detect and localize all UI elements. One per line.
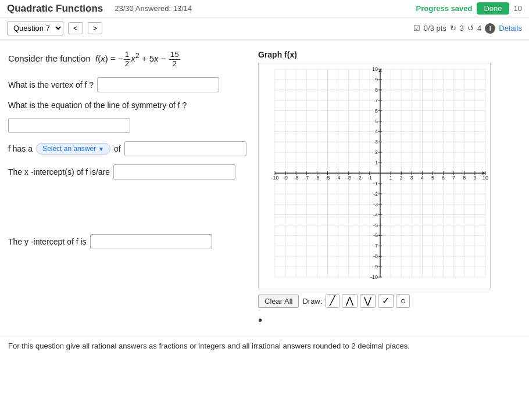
line-tool-button[interactable]: ╱ [326, 294, 339, 308]
circle-tool-button[interactable]: ○ [396, 294, 410, 308]
select-answer-label: Select an answer [42, 145, 96, 153]
chevron-down-icon: ▼ [98, 146, 104, 152]
graph-container [258, 63, 491, 289]
y-intercept-label: The y -intercept of f is [8, 237, 87, 246]
footer-note: For this question give all rational answ… [0, 336, 529, 356]
resubmit-icon: ↺ [467, 24, 474, 33]
bullet-point: • [258, 314, 521, 327]
left-panel: Consider the function f(x) = −12x2 + 5x … [8, 50, 246, 327]
answered-info: 23/30 Answered: 13/14 [115, 4, 192, 13]
intro-text: Consider the function [8, 53, 91, 63]
vertex-input[interactable] [97, 77, 219, 92]
prev-question-button[interactable]: < [68, 22, 83, 34]
function-formula: f(x) = −12x2 + 5x − 152 [93, 53, 181, 63]
draw-label: Draw: [302, 297, 322, 306]
pts-badge: 0/3 pts [424, 24, 446, 33]
function-description: Consider the function f(x) = −12x2 + 5x … [8, 50, 246, 68]
x-intercept-row: The x -intercept(s) of f is/are [8, 164, 246, 180]
vertex-label: What is the vertex of f ? [8, 80, 94, 89]
checkmark-tool-button[interactable]: ✓ [378, 294, 394, 308]
right-panel: Graph f(x) Clear All Draw: ╱ ⋀ ⋁ ✓ ○ • [258, 50, 521, 327]
graph-toolbar: Clear All Draw: ╱ ⋀ ⋁ ✓ ○ [258, 294, 521, 308]
x-intercept-label: The x -intercept(s) of f is/are [8, 167, 110, 177]
y-intercept-row: The y -intercept of f is [8, 234, 246, 249]
graph-title: Graph f(x) [258, 50, 521, 59]
page-title: Quadratic Functions [7, 3, 103, 15]
has-a-suffix: of [114, 144, 121, 153]
draw-tools: ╱ ⋀ ⋁ ✓ ○ [326, 294, 410, 308]
question-selector[interactable]: Question 7 [7, 21, 63, 35]
retry-icon: ↻ [450, 24, 456, 33]
details-link[interactable]: Details [499, 24, 522, 33]
done-button[interactable]: Done [477, 2, 509, 15]
symmetry-row: What is the equation of the line of symm… [8, 100, 246, 110]
has-a-prefix: f has a [8, 144, 33, 153]
next-question-button[interactable]: > [88, 22, 103, 34]
vertex-row: What is the vertex of f ? [8, 77, 246, 92]
symmetry-input-row [8, 118, 246, 133]
progress-saved: Progress saved [416, 4, 473, 13]
resubmits-count: 4 [477, 24, 481, 33]
attempts-info: 10 [514, 4, 522, 13]
v-shape-tool-button[interactable]: ⋁ [360, 294, 376, 308]
select-answer-button[interactable]: Select an answer ▼ [36, 143, 110, 155]
info-icon: i [485, 23, 495, 34]
checkbox-icon: ☑ [413, 24, 420, 33]
x-intercept-input[interactable] [113, 164, 235, 180]
arch-tool-button[interactable]: ⋀ [342, 294, 358, 308]
y-intercept-input[interactable] [90, 234, 212, 249]
retries-count: 3 [460, 24, 464, 33]
has-a-row: f has a Select an answer ▼ of [8, 141, 246, 156]
symmetry-input[interactable] [8, 118, 130, 133]
has-a-input[interactable] [124, 141, 246, 156]
clear-all-button[interactable]: Clear All [258, 295, 299, 308]
symmetry-label: What is the equation of the line of symm… [8, 100, 187, 110]
